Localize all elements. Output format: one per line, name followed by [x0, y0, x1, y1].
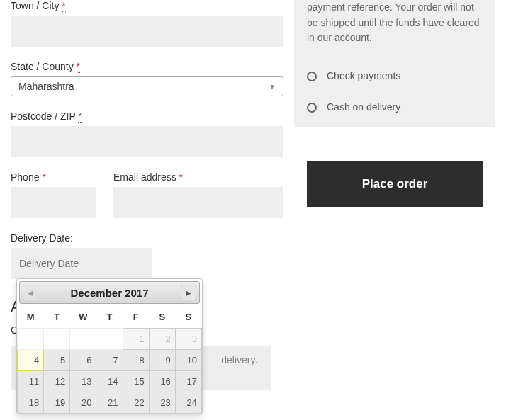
datepicker-day[interactable]: 8: [123, 350, 149, 371]
datepicker-calendar: MTWTFSS 12345678910111213141516171819202…: [17, 306, 202, 414]
datepicker-day[interactable]: 20: [70, 392, 96, 414]
datepicker-popup: ◀ December 2017 ▶ MTWTFSS 12345678910111…: [16, 278, 203, 414]
state-county-value: Maharashtra: [18, 81, 74, 92]
state-county-field: State / County * Maharashtra ▼: [11, 61, 283, 96]
datepicker-day[interactable]: 9: [149, 350, 175, 371]
postcode-label: Postcode / ZIP *: [11, 110, 283, 122]
datepicker-day: [96, 329, 123, 350]
required-mark: *: [42, 171, 45, 183]
radio-icon: [307, 72, 317, 81]
chevron-right-icon: ▶: [186, 289, 191, 297]
payment-option-cod[interactable]: Cash on delivery: [307, 84, 483, 115]
state-county-label: State / County *: [11, 61, 283, 72]
datepicker-day[interactable]: 5: [44, 350, 70, 371]
datepicker-dow: M: [18, 306, 44, 329]
datepicker-day[interactable]: 21: [96, 392, 123, 414]
town-city-input[interactable]: [11, 16, 283, 47]
datepicker-day: [44, 329, 70, 350]
postcode-input[interactable]: [11, 126, 283, 157]
email-input[interactable]: [113, 187, 283, 218]
datepicker-day[interactable]: 23: [149, 392, 175, 414]
chevron-left-icon: ◀: [28, 289, 33, 297]
datepicker-day[interactable]: 10: [175, 350, 201, 371]
delivery-date-label: Delivery Date:: [11, 232, 283, 244]
datepicker-dow: S: [149, 306, 175, 329]
datepicker-header: ◀ December 2017 ▶: [19, 281, 200, 304]
delivery-date-input[interactable]: [11, 248, 152, 279]
datepicker-day[interactable]: 4: [18, 350, 44, 371]
datepicker-day[interactable]: 11: [18, 371, 44, 392]
phone-field: Phone *: [11, 171, 96, 218]
datepicker-day[interactable]: 7: [96, 350, 123, 371]
datepicker-day[interactable]: 18: [18, 392, 44, 414]
datepicker-day[interactable]: 15: [123, 371, 149, 392]
town-city-field: Town / City *: [11, 0, 283, 47]
datepicker-day[interactable]: 24: [175, 392, 201, 414]
postcode-field: Postcode / ZIP *: [11, 110, 283, 157]
datepicker-dow: S: [175, 306, 201, 329]
datepicker-dow: W: [70, 306, 96, 329]
datepicker-title: December 2017: [41, 287, 178, 299]
town-city-label: Town / City *: [11, 0, 283, 11]
datepicker-dow: T: [44, 306, 70, 329]
email-label: Email address *: [113, 171, 283, 183]
datepicker-day[interactable]: 22: [123, 392, 149, 414]
required-mark: *: [78, 110, 81, 123]
datepicker-prev-button[interactable]: ◀: [23, 285, 38, 300]
payment-option-check[interactable]: Check payments: [307, 53, 483, 84]
required-mark: *: [179, 171, 183, 183]
datepicker-day[interactable]: 14: [96, 371, 123, 392]
required-mark: *: [62, 0, 65, 12]
state-county-select[interactable]: Maharashtra ▼: [11, 76, 283, 96]
place-order-button[interactable]: Place order: [307, 161, 483, 207]
datepicker-day: [70, 329, 96, 350]
datepicker-day[interactable]: 6: [70, 350, 96, 371]
datepicker-day[interactable]: 19: [44, 392, 70, 414]
payment-option-label: Check payments: [327, 69, 400, 84]
email-field: Email address *: [113, 171, 283, 218]
datepicker-day[interactable]: 12: [44, 371, 70, 392]
datepicker-day: 2: [149, 329, 175, 350]
chevron-down-icon: ▼: [269, 83, 276, 91]
datepicker-next-button[interactable]: ▶: [181, 285, 196, 300]
phone-label: Phone *: [11, 171, 96, 183]
phone-input[interactable]: [11, 187, 96, 218]
radio-icon: [307, 103, 317, 113]
required-mark: *: [77, 61, 80, 73]
datepicker-dow: F: [123, 306, 149, 329]
datepicker-day[interactable]: 13: [70, 371, 96, 392]
delivery-date-field: Delivery Date:: [11, 232, 283, 279]
datepicker-day[interactable]: 16: [149, 371, 175, 392]
datepicker-day[interactable]: 17: [175, 371, 201, 392]
datepicker-day: [18, 329, 44, 350]
payment-description: payment reference. Your order will not b…: [307, 0, 483, 53]
datepicker-day: 1: [123, 329, 149, 350]
datepicker-day: 3: [175, 329, 201, 350]
datepicker-dow: T: [96, 306, 123, 329]
payment-methods-box: payment reference. Your order will not b…: [294, 0, 495, 127]
payment-option-label: Cash on delivery: [327, 100, 400, 115]
